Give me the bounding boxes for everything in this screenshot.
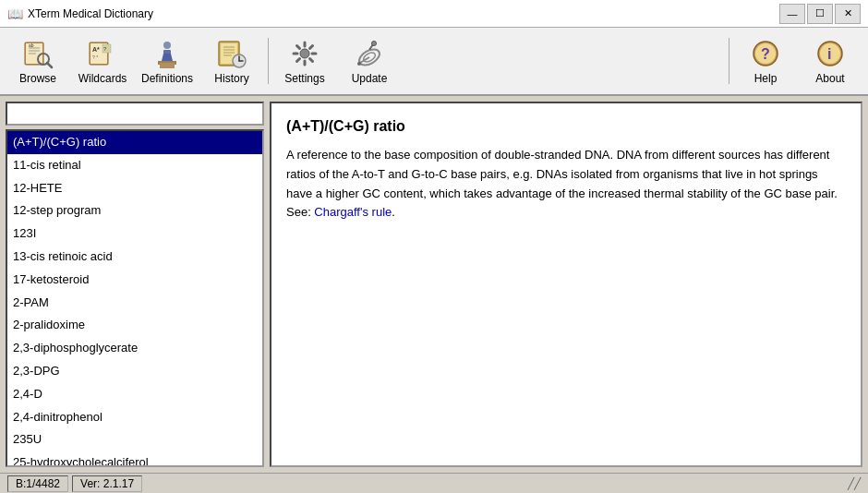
svg-text:? *: ? *: [92, 54, 98, 60]
word-list-item[interactable]: 2,4-dinitrophenol: [7, 406, 262, 429]
word-list-item[interactable]: 12-HETE: [7, 177, 262, 200]
toolbar-settings-button[interactable]: Settings: [272, 31, 337, 90]
svg-line-36: [297, 59, 300, 62]
toolbar-update-button[interactable]: Update: [337, 31, 402, 90]
word-list-inner[interactable]: (A+T)/(C+G) ratio11-cis retinal12-HETE12…: [7, 131, 262, 465]
status-bar: B:1/4482 Ver: 2.1.17 ╱╱: [0, 473, 868, 493]
svg-text:A*: A*: [92, 46, 100, 53]
update-label: Update: [352, 72, 388, 85]
svg-line-6: [47, 63, 52, 67]
word-list-item[interactable]: (A+T)/(C+G) ratio: [7, 131, 262, 154]
help-label: Help: [754, 72, 778, 85]
history-icon: [215, 37, 248, 70]
word-list-item[interactable]: 2-PAM: [7, 292, 262, 315]
definition-link[interactable]: Chargaff's rule: [314, 205, 392, 219]
browse-label: Browse: [19, 72, 56, 85]
settings-icon: [288, 37, 321, 70]
svg-text:?: ?: [761, 46, 770, 62]
svg-point-14: [163, 42, 171, 49]
definitions-icon: [151, 37, 184, 70]
toolbar-browse-button[interactable]: ab Browse: [6, 31, 70, 90]
toolbar: ab Browse A* ? * ? Wildcards: [0, 28, 868, 96]
status-position: B:1/4482: [7, 475, 68, 492]
search-input[interactable]: [6, 102, 264, 126]
toolbar-help-button[interactable]: ? Help: [733, 31, 798, 90]
word-list-item[interactable]: 17-ketosteroid: [7, 269, 262, 292]
toolbar-definitions-button[interactable]: Definitions: [135, 31, 199, 90]
minimize-button[interactable]: —: [779, 4, 805, 24]
left-panel: (A+T)/(C+G) ratio11-cis retinal12-HETE12…: [6, 102, 264, 467]
word-list-item[interactable]: 2-pralidoxime: [7, 314, 262, 337]
word-list-item[interactable]: 12-step program: [7, 199, 262, 222]
about-icon: i: [814, 37, 847, 70]
word-list-item[interactable]: 235U: [7, 428, 262, 451]
status-version: Ver: 2.1.17: [72, 475, 142, 492]
history-label: History: [214, 72, 248, 85]
resize-grip: ╱╱: [848, 477, 861, 490]
word-list-item[interactable]: 11-cis retinal: [7, 154, 262, 177]
word-list-item[interactable]: 2,3-DPG: [7, 360, 262, 383]
browse-icon: ab: [21, 37, 54, 70]
svg-point-28: [300, 49, 309, 58]
update-icon: [353, 37, 386, 70]
main-content: (A+T)/(C+G) ratio11-cis retinal12-HETE12…: [0, 96, 868, 473]
word-list-item[interactable]: 2,3-diphosphoglycerate: [7, 337, 262, 360]
title-bar-controls: — ☐ ✕: [779, 4, 861, 24]
svg-line-33: [297, 46, 300, 49]
toolbar-wildcards-button[interactable]: A* ? * ? Wildcards: [70, 31, 135, 90]
window-title: XTerm Medical Dictionary: [28, 7, 153, 20]
settings-label: Settings: [284, 72, 324, 85]
about-label: About: [815, 72, 844, 85]
svg-point-42: [357, 62, 361, 66]
toolbar-separator-1: [268, 38, 269, 84]
svg-line-34: [310, 59, 313, 62]
close-button[interactable]: ✕: [835, 4, 861, 24]
svg-rect-18: [160, 63, 175, 68]
maximize-button[interactable]: ☐: [807, 4, 833, 24]
wildcards-icon: A* ? * ?: [86, 37, 119, 70]
wildcards-label: Wildcards: [78, 72, 127, 85]
word-list-item[interactable]: 13-cis retinoic acid: [7, 246, 262, 269]
toolbar-about-button[interactable]: i About: [798, 31, 862, 90]
svg-line-35: [310, 46, 313, 49]
word-list: (A+T)/(C+G) ratio11-cis retinal12-HETE12…: [6, 129, 264, 467]
definition-see-label: See:: [286, 205, 314, 219]
svg-text:ab: ab: [29, 42, 34, 48]
definition-period: .: [392, 205, 395, 219]
svg-text:i: i: [827, 46, 831, 62]
definition-text-main: A reference to the base composition of d…: [286, 148, 838, 200]
svg-point-40: [372, 42, 377, 46]
word-list-item[interactable]: 2,4-D: [7, 383, 262, 406]
word-list-item[interactable]: 25-hydroxycholecalciferol: [7, 451, 262, 465]
definition-title: (A+T)/(C+G) ratio: [286, 118, 846, 135]
definition-panel: (A+T)/(C+G) ratio A reference to the bas…: [270, 102, 862, 467]
app-icon: 📖: [7, 6, 22, 21]
toolbar-history-button[interactable]: History: [199, 31, 264, 90]
title-bar-left: 📖 XTerm Medical Dictionary: [7, 6, 153, 21]
word-list-item[interactable]: 123I: [7, 222, 262, 246]
definitions-label: Definitions: [141, 72, 193, 85]
help-icon: ?: [749, 37, 782, 70]
definition-text: A reference to the base composition of d…: [286, 146, 846, 222]
title-bar: 📖 XTerm Medical Dictionary — ☐ ✕: [0, 0, 868, 28]
toolbar-separator-2: [729, 38, 729, 84]
